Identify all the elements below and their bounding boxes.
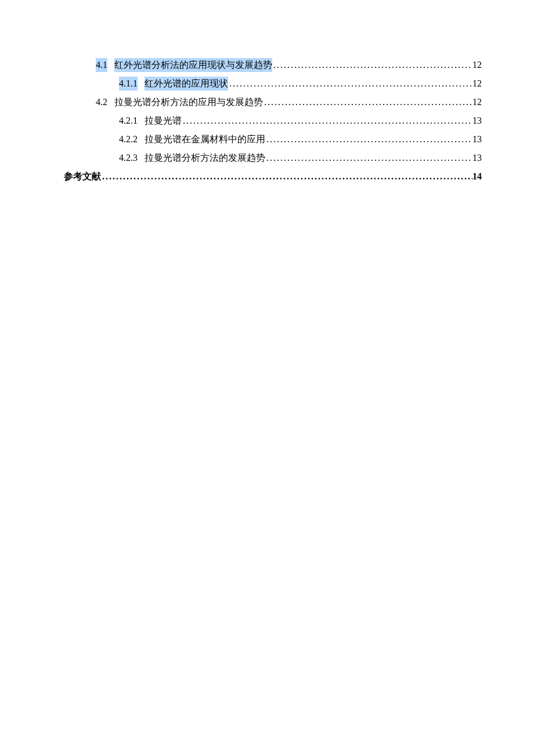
toc-entry-4-2[interactable]: 4.2 拉曼光谱分析方法的应用与发展趋势 12 xyxy=(64,95,482,109)
toc-page-number: 12 xyxy=(472,95,482,109)
toc-title: 红外光谱的应用现状 xyxy=(145,77,228,91)
toc-title: 红外光谱分析法的应用现状与发展趋势 xyxy=(114,58,272,72)
toc-entry-4-2-3[interactable]: 4.2.3 拉曼光谱分析方法的发展趋势 13 xyxy=(64,151,482,165)
toc-leader-dots xyxy=(101,170,472,183)
toc-page-number: 13 xyxy=(472,151,482,165)
toc-entry-4-2-2[interactable]: 4.2.2 拉曼光谱在金属材料中的应用 13 xyxy=(64,132,482,146)
toc-page-number: 14 xyxy=(472,170,482,183)
toc-leader-dots xyxy=(265,151,472,165)
toc-number: 4.1 xyxy=(96,58,107,72)
toc-entry-4-1-1[interactable]: 4.1.1 红外光谱的应用现状 12 xyxy=(64,77,482,91)
table-of-contents: 4.1 红外光谱分析法的应用现状与发展趋势 12 4.1.1 红外光谱的应用现状… xyxy=(64,58,482,183)
toc-entry-4-2-1[interactable]: 4.2.1 拉曼光谱 13 xyxy=(64,114,482,128)
toc-leader-dots xyxy=(228,77,472,91)
toc-title: 拉曼光谱分析方法的发展趋势 xyxy=(145,151,265,165)
toc-number: 4.1.1 xyxy=(119,77,138,91)
toc-title: 拉曼光谱分析方法的应用与发展趋势 xyxy=(114,95,263,109)
toc-page-number: 12 xyxy=(472,77,482,91)
toc-page-number: 13 xyxy=(472,114,482,128)
toc-leader-dots xyxy=(272,58,472,72)
toc-entry-4-1[interactable]: 4.1 红外光谱分析法的应用现状与发展趋势 12 xyxy=(64,58,482,72)
toc-leader-dots xyxy=(265,132,472,146)
toc-page-number: 12 xyxy=(472,58,482,72)
toc-entry-references[interactable]: 参考文献 14 xyxy=(64,170,482,183)
toc-number: 4.2.1 xyxy=(119,114,138,128)
toc-number: 4.2.2 xyxy=(119,132,138,146)
toc-title: 拉曼光谱在金属材料中的应用 xyxy=(145,132,265,146)
toc-title: 参考文献 xyxy=(64,170,101,183)
toc-number: 4.2.3 xyxy=(119,151,138,165)
toc-title: 拉曼光谱 xyxy=(145,114,182,128)
toc-number: 4.2 xyxy=(96,95,107,109)
toc-leader-dots xyxy=(182,114,472,128)
toc-page-number: 13 xyxy=(472,132,482,146)
toc-leader-dots xyxy=(263,95,472,109)
